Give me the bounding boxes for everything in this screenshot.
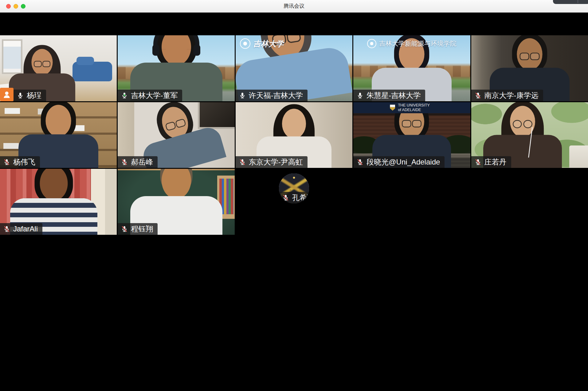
participant-name: 南京大学-康学远 xyxy=(484,92,539,99)
tile-bottom-bar: 东京大学-尹高虹 xyxy=(236,156,308,168)
app-window: 腾讯会议 xyxy=(0,0,588,391)
toolbar-divider xyxy=(578,0,578,3)
participant-tile-12[interactable]: 程钰翔 xyxy=(118,169,234,235)
figure-head xyxy=(282,109,306,139)
participant-name: 杨伟飞 xyxy=(13,158,35,166)
participant-tile-8[interactable]: 东京大学-尹高虹 xyxy=(236,102,352,168)
participant-name: 程钰翔 xyxy=(131,225,153,233)
figure-head xyxy=(517,38,542,70)
participant-name: 孔希瑶 xyxy=(292,194,309,201)
mic-icon xyxy=(239,158,246,166)
tile-bottom-bar: 吉林大学-董军 xyxy=(118,90,182,101)
mic-icon xyxy=(282,194,289,201)
university-seal-icon xyxy=(240,38,250,49)
overlay-text: THE UNIVERSITY of ADELAIDE xyxy=(398,103,433,112)
nameplate: 南京大学-康学远 xyxy=(471,90,543,101)
participant-tile-6[interactable]: 杨伟飞 xyxy=(0,102,117,168)
tile-bottom-bar: 许天福-吉林大学 xyxy=(236,90,308,101)
nameplate: JafarAli xyxy=(0,223,42,235)
participant-name: 郝岳峰 xyxy=(131,158,153,166)
titlebar: 腾讯会议 xyxy=(0,0,588,13)
nameplate: 朱慧星-吉林大学 xyxy=(353,90,425,101)
participant-name: 段晓光@Uni_Adelaide xyxy=(367,158,440,166)
background-overlay: 吉林大学 xyxy=(240,38,284,49)
university-seal-icon xyxy=(390,105,395,111)
mic-icon xyxy=(121,158,128,166)
mic-icon xyxy=(356,158,364,166)
tile-bottom-bar: 程钰翔 xyxy=(118,223,158,235)
participant-name: 许天福-吉林大学 xyxy=(249,92,303,99)
participant-tile-9[interactable]: THE UNIVERSITY of ADELAIDE 段晓光@Uni_Adela… xyxy=(353,102,470,168)
participant-tile-11[interactable]: JafarAli xyxy=(0,169,117,235)
mic-icon xyxy=(121,225,128,233)
figure-head xyxy=(46,105,71,137)
mic-icon xyxy=(474,92,482,99)
figure-head xyxy=(162,169,191,199)
tile-bottom-bar: 杨珵 xyxy=(0,88,46,101)
mic-icon xyxy=(239,92,246,99)
participant-tile-5[interactable]: 南京大学-康学远 xyxy=(471,35,588,101)
nameplate: 庄若丹 xyxy=(471,156,511,168)
mic-icon xyxy=(474,158,482,166)
tile-bottom-bar: 段晓光@Uni_Adelaide xyxy=(353,156,445,168)
participant-tile-1[interactable]: 杨珵 xyxy=(0,35,117,101)
participant-tile-10[interactable]: 庄若丹 xyxy=(471,102,588,168)
participant-name: JafarAli xyxy=(13,225,38,233)
nameplate: 东京大学-尹高虹 xyxy=(236,156,308,168)
nameplate: 程钰翔 xyxy=(118,223,158,235)
meeting-stage: 杨珵 xyxy=(0,12,588,391)
floating-toolbar-edge[interactable] xyxy=(553,0,588,4)
mic-icon xyxy=(17,92,24,99)
tile-bottom-bar: 朱慧星-吉林大学 xyxy=(353,90,425,101)
participant-grid: 杨珵 xyxy=(0,35,588,368)
participant-tile-2[interactable]: 吉林大学-董军 xyxy=(118,35,234,101)
participant-name: 杨珵 xyxy=(27,92,41,99)
window-title: 腾讯会议 xyxy=(0,0,588,12)
tile-bottom-bar: 郝岳峰 xyxy=(118,156,158,168)
participant-tile-3[interactable]: 吉林大学 许天福-吉林大学 xyxy=(236,35,352,101)
participant-name: 吉林大学-董军 xyxy=(131,92,178,99)
overlay-text: 吉林大学 xyxy=(253,39,284,49)
nameplate: 郝岳峰 xyxy=(118,156,158,168)
participant-tile-7[interactable]: 郝岳峰 xyxy=(118,102,234,168)
mic-icon xyxy=(356,92,364,99)
tile-bottom-bar: JafarAli xyxy=(0,223,42,235)
mic-icon xyxy=(3,158,10,166)
nameplate: 孔希瑶 xyxy=(279,192,309,203)
university-seal-icon xyxy=(367,39,376,48)
nameplate: 杨伟飞 xyxy=(0,156,40,168)
overlay-text: 吉林大学新能源与环境学院 xyxy=(379,39,456,48)
figure-head xyxy=(31,49,53,75)
tile-bottom-bar: 南京大学-康学远 xyxy=(471,90,543,101)
mic-icon xyxy=(121,92,128,99)
participant-name: 东京大学-尹高虹 xyxy=(249,158,303,166)
participant-tile-25[interactable]: 孔希瑶 xyxy=(279,173,309,203)
tile-bottom-bar: 孔希瑶 xyxy=(279,192,309,203)
nameplate: 许天福-吉林大学 xyxy=(236,90,308,101)
participant-name: 朱慧星-吉林大学 xyxy=(367,92,421,99)
profile-person-icon xyxy=(0,88,14,101)
nameplate: 段晓光@Uni_Adelaide xyxy=(353,156,445,168)
participant-tile-4[interactable]: 吉林大学新能源与环境学院 朱慧星-吉林大学 xyxy=(353,35,470,101)
participant-name: 庄若丹 xyxy=(484,158,507,166)
tile-bottom-bar: 庄若丹 xyxy=(471,156,511,168)
background-overlay: THE UNIVERSITY of ADELAIDE xyxy=(353,102,470,113)
scene-prop xyxy=(569,145,588,168)
nameplate: 杨珵 xyxy=(14,90,46,101)
headphones xyxy=(153,35,199,49)
tile-bottom-bar: 杨伟飞 xyxy=(0,156,40,168)
mic-icon xyxy=(3,225,10,233)
nameplate: 吉林大学-董军 xyxy=(118,90,182,101)
background-overlay: 吉林大学新能源与环境学院 xyxy=(367,39,456,48)
